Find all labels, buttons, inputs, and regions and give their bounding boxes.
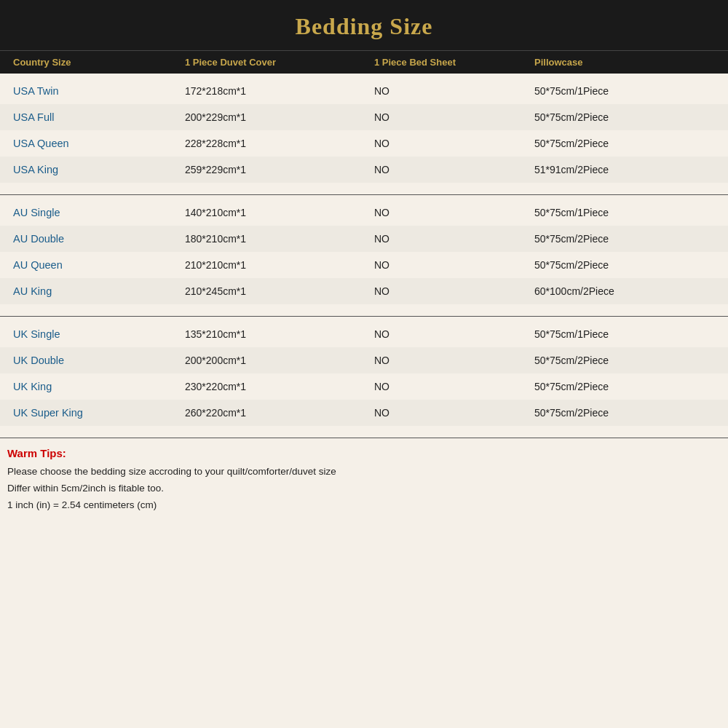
cell-sheet: NO <box>371 138 531 149</box>
cell-duvet: 260*220cm*1 <box>182 407 371 419</box>
table-row: AU Double180*210cm*1NO50*75cm/2Piece <box>0 226 728 252</box>
cell-country: AU King <box>7 285 182 297</box>
table-row: AU Queen210*210cm*1NO50*75cm/2Piece <box>0 252 728 278</box>
warm-tips-text: Please choose the bedding size accroding… <box>7 464 721 514</box>
cell-sheet: NO <box>371 111 531 123</box>
cell-pillow: 50*75cm/2Piece <box>531 233 728 245</box>
col-header-duvet: 1 Piece Duvet Cover <box>182 57 371 68</box>
page-title: Bedding Size <box>0 13 728 40</box>
cell-pillow: 50*75cm/1Piece <box>531 328 728 340</box>
cell-pillow: 50*75cm/2Piece <box>531 111 728 123</box>
cell-duvet: 135*210cm*1 <box>182 328 371 340</box>
cell-pillow: 50*75cm/1Piece <box>531 85 728 97</box>
cell-country: AU Double <box>7 233 182 245</box>
cell-duvet: 210*245cm*1 <box>182 285 371 297</box>
cell-pillow: 51*91cm/2Piece <box>531 164 728 175</box>
cell-country: UK Single <box>7 328 182 340</box>
cell-duvet: 228*228cm*1 <box>182 138 371 149</box>
cell-pillow: 60*100cm/2Piece <box>531 285 728 297</box>
cell-country: USA King <box>7 164 182 175</box>
section-au: AU Single140*210cm*1NO50*75cm/1PieceAU D… <box>0 195 728 317</box>
warm-tips-label: Warm Tips: <box>7 447 721 459</box>
cell-duvet: 180*210cm*1 <box>182 233 371 245</box>
table-row: USA Full200*229cm*1NO50*75cm/2Piece <box>0 104 728 130</box>
cell-country: UK King <box>7 381 182 392</box>
cell-sheet: NO <box>371 164 531 175</box>
cell-country: USA Queen <box>7 138 182 149</box>
cell-duvet: 172*218cm*1 <box>182 85 371 97</box>
cell-duvet: 200*229cm*1 <box>182 111 371 123</box>
cell-duvet: 259*229cm*1 <box>182 164 371 175</box>
cell-pillow: 50*75cm/2Piece <box>531 138 728 149</box>
col-header-sheet: 1 Piece Bed Sheet <box>371 57 531 68</box>
table-row: AU King210*245cm*1NO60*100cm/2Piece <box>0 278 728 304</box>
page: Bedding Size Country Size 1 Piece Duvet … <box>0 0 728 728</box>
cell-duvet: 140*210cm*1 <box>182 207 371 218</box>
section-uk: UK Single135*210cm*1NO50*75cm/1PieceUK D… <box>0 317 728 438</box>
table-row: UK Single135*210cm*1NO50*75cm/1Piece <box>0 321 728 347</box>
cell-duvet: 210*210cm*1 <box>182 259 371 271</box>
cell-sheet: NO <box>371 259 531 271</box>
cell-pillow: 50*75cm/2Piece <box>531 355 728 366</box>
cell-sheet: NO <box>371 328 531 340</box>
section-usa: USA Twin172*218cm*1NO50*75cm/1PieceUSA F… <box>0 74 728 195</box>
col-header-country: Country Size <box>7 57 182 68</box>
table-body: USA Twin172*218cm*1NO50*75cm/1PieceUSA F… <box>0 74 728 438</box>
cell-duvet: 200*200cm*1 <box>182 355 371 366</box>
cell-sheet: NO <box>371 285 531 297</box>
cell-country: UK Super King <box>7 407 182 419</box>
cell-country: AU Queen <box>7 259 182 271</box>
cell-pillow: 50*75cm/2Piece <box>531 407 728 419</box>
cell-country: USA Twin <box>7 85 182 97</box>
cell-pillow: 50*75cm/2Piece <box>531 259 728 271</box>
table-row: USA Queen228*228cm*1NO50*75cm/2Piece <box>0 130 728 157</box>
header: Bedding Size <box>0 0 728 50</box>
cell-sheet: NO <box>371 407 531 419</box>
cell-country: AU Single <box>7 207 182 218</box>
cell-sheet: NO <box>371 207 531 218</box>
warm-tips-section: Warm Tips: Please choose the bedding siz… <box>0 438 728 518</box>
table-row: UK King230*220cm*1NO50*75cm/2Piece <box>0 373 728 400</box>
cell-sheet: NO <box>371 355 531 366</box>
table-row: USA King259*229cm*1NO51*91cm/2Piece <box>0 157 728 183</box>
table-row: UK Super King260*220cm*1NO50*75cm/2Piece <box>0 400 728 426</box>
cell-country: UK Double <box>7 355 182 366</box>
cell-sheet: NO <box>371 85 531 97</box>
column-headers: Country Size 1 Piece Duvet Cover 1 Piece… <box>0 50 728 74</box>
cell-sheet: NO <box>371 381 531 392</box>
cell-duvet: 230*220cm*1 <box>182 381 371 392</box>
cell-pillow: 50*75cm/2Piece <box>531 381 728 392</box>
cell-sheet: NO <box>371 233 531 245</box>
cell-country: USA Full <box>7 111 182 123</box>
table-row: UK Double200*200cm*1NO50*75cm/2Piece <box>0 347 728 373</box>
table-row: USA Twin172*218cm*1NO50*75cm/1Piece <box>0 78 728 104</box>
table-row: AU Single140*210cm*1NO50*75cm/1Piece <box>0 199 728 226</box>
col-header-pillow: Pillowcase <box>531 57 728 68</box>
cell-pillow: 50*75cm/1Piece <box>531 207 728 218</box>
